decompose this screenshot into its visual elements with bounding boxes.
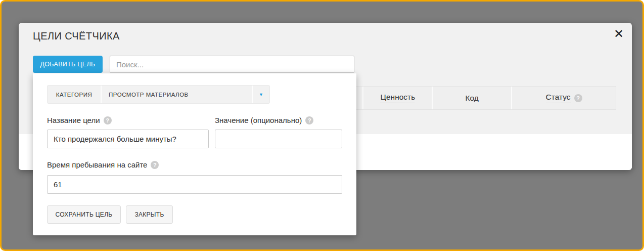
table-header-code: Код [432, 87, 511, 109]
sort-status-link[interactable]: Статус [546, 93, 571, 103]
table-header-status: Статус ? [511, 87, 616, 109]
category-selected-option: ПРОСМОТР МАТЕРИАЛОВ [102, 86, 253, 103]
time-on-site-label: Время пребывания на сайте ? [47, 160, 159, 169]
goal-name-label: Название цели ? [47, 116, 112, 124]
search-input[interactable] [110, 56, 354, 73]
add-goal-button[interactable]: ДОБАВИТЬ ЦЕЛЬ [33, 56, 103, 73]
time-on-site-label-text: Время пребывания на сайте [47, 160, 147, 169]
category-select-label: КАТЕГОРИЯ [48, 86, 102, 103]
backdrop: ЦЕЛИ СЧЁТЧИКА ✕ ДОБАВИТЬ ЦЕЛЬ Ценность К… [0, 0, 644, 251]
sort-value-link[interactable]: Ценность [380, 93, 415, 103]
close-panel-button[interactable]: ЗАКРЫТЬ [126, 205, 173, 224]
add-goal-panel: КАТЕГОРИЯ ПРОСМОТР МАТЕРИАЛОВ ▼ Название… [33, 73, 356, 235]
status-help-icon[interactable]: ? [574, 94, 582, 102]
time-on-site-field[interactable] [47, 175, 342, 194]
close-icon[interactable]: ✕ [610, 25, 628, 43]
goal-value-label-text: Значение (опционально) [215, 116, 302, 124]
goal-name-help-icon[interactable]: ? [104, 116, 112, 124]
goal-value-label: Значение (опционально) ? [215, 116, 313, 124]
goal-value-help-icon[interactable]: ? [305, 116, 313, 124]
category-select[interactable]: КАТЕГОРИЯ ПРОСМОТР МАТЕРИАЛОВ ▼ [47, 85, 270, 104]
header-code-label: Код [466, 94, 479, 103]
dialog-title: ЦЕЛИ СЧЁТЧИКА [33, 30, 120, 42]
goal-name-field[interactable] [47, 130, 209, 148]
table-header-value: Ценность [362, 87, 432, 109]
goal-value-field[interactable] [215, 130, 342, 148]
goal-name-label-text: Название цели [47, 116, 100, 124]
chevron-down-icon: ▼ [253, 86, 269, 103]
save-goal-button[interactable]: СОХРАНИТЬ ЦЕЛЬ [47, 205, 121, 224]
time-on-site-help-icon[interactable]: ? [151, 161, 159, 169]
